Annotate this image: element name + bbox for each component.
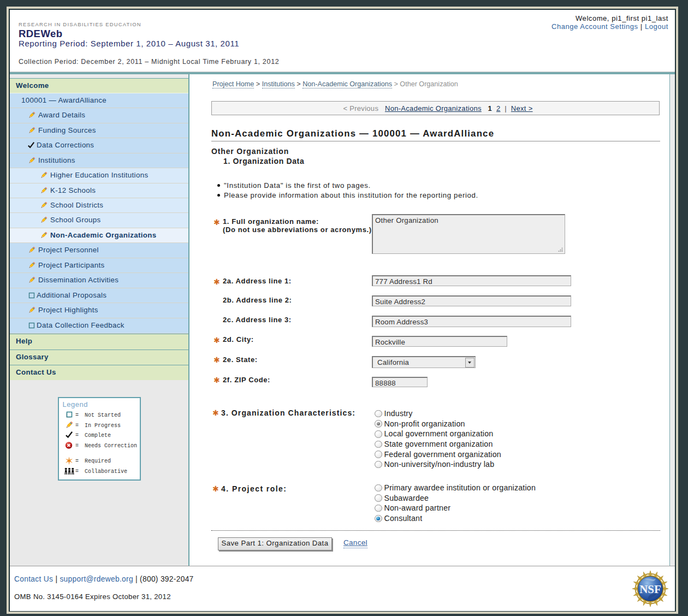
svg-text:NSF: NSF	[639, 583, 661, 596]
